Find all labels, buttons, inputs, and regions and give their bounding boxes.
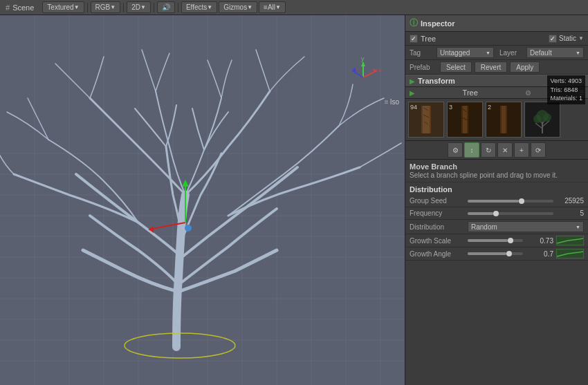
distribution-dropdown[interactable]: Random <box>468 221 584 232</box>
thumbnail-3[interactable]: 2 <box>486 102 522 138</box>
main-content: x y ≡ Iso ⓘ Inspector Tree <box>0 15 588 385</box>
frequency-row: Frequency 5 <box>405 207 588 220</box>
audio-btn[interactable]: 🔊 <box>157 1 175 13</box>
viewport[interactable]: x y ≡ Iso <box>0 15 405 385</box>
growth-angle-slider-container <box>468 252 523 255</box>
effects-dropdown[interactable]: Effects <box>181 1 217 13</box>
frequency-slider-container <box>468 212 553 215</box>
svg-point-28 <box>185 225 192 232</box>
growth-angle-slider[interactable] <box>468 252 523 255</box>
thumbnails-container: 94 3 <box>405 99 588 140</box>
add-icon-btn[interactable]: + <box>514 142 529 158</box>
layer-dropdown[interactable]: Default <box>526 47 584 58</box>
distribution-value: Random <box>471 223 497 231</box>
thumb4-preview <box>525 102 560 137</box>
scene-title: # Scene <box>0 3 39 12</box>
thumbnail-2[interactable]: 3 <box>447 102 483 138</box>
group-seed-row: Group Seed 25925 <box>405 195 588 207</box>
thumb2-label: 3 <box>449 104 452 111</box>
inspector-title-text: Inspector <box>421 19 455 28</box>
object-name[interactable]: Tree <box>421 35 546 43</box>
svg-line-33 <box>352 71 363 77</box>
distribution-row: Distribution Random <box>405 220 588 234</box>
growth-scale-slider[interactable] <box>468 239 523 242</box>
thumbnail-4[interactable] <box>524 102 560 138</box>
tree-arrow-icon: ▶ <box>410 89 415 97</box>
frequency-thumb[interactable] <box>493 211 499 216</box>
svg-point-58 <box>533 115 542 123</box>
growth-angle-graph[interactable] <box>556 249 584 259</box>
growth-scale-graph[interactable] <box>556 236 584 245</box>
layer-label: Layer <box>499 49 524 57</box>
rotate-branch-icon-btn[interactable]: ↻ <box>481 142 496 158</box>
stats-overlay: Verts: 4903 Tris: 6848 Materials: 1 <box>547 75 585 104</box>
stats-materials: Materials: 1 <box>550 94 582 103</box>
growth-scale-slider-container <box>468 239 523 242</box>
prefab-select-button[interactable]: Select <box>440 62 472 73</box>
tag-row: Tag Untagged Layer Default <box>405 46 588 60</box>
inspector-panel: ⓘ Inspector Tree Static ▼ Tag Untagged L… <box>405 15 588 385</box>
frequency-slider[interactable] <box>468 212 553 215</box>
tree-section-label: Tree <box>463 88 478 97</box>
svg-marker-35 <box>361 62 365 66</box>
thumb2-preview <box>448 102 482 137</box>
thumb3-label: 2 <box>488 104 491 111</box>
move-branch-desc: Select a branch spline point and drag to… <box>405 171 588 182</box>
svg-rect-39 <box>423 106 430 133</box>
group-seed-thumb[interactable] <box>519 198 524 204</box>
prefab-revert-button[interactable]: Revert <box>475 62 507 73</box>
orientation-gizmo: x y <box>342 57 384 98</box>
thumbnail-1[interactable]: 94 <box>408 102 444 138</box>
distribution-label: Distribution <box>410 223 465 231</box>
growth-angle-row: Growth Angle 0.7 <box>405 247 588 261</box>
static-label: Static <box>559 35 576 42</box>
stats-tris: Tris: 6848 <box>550 86 582 95</box>
sep3 <box>154 3 154 12</box>
transform-label: Transform <box>418 77 567 85</box>
sep2 <box>123 3 124 12</box>
inspector-header: ⓘ Inspector <box>405 15 588 32</box>
growth-angle-thumb[interactable] <box>506 251 512 256</box>
static-dropdown-arrow[interactable]: ▼ <box>578 35 584 41</box>
scene-toolbar: Textured RGB 2D 🔊 Effects Gizmos ≡All <box>39 1 288 13</box>
growth-scale-row: Growth Scale 0.73 <box>405 234 588 247</box>
prefab-apply-button[interactable]: Apply <box>510 62 540 73</box>
group-seed-fill <box>468 200 519 203</box>
iso-lines-icon: ≡ <box>385 98 389 106</box>
layers-dropdown[interactable]: ≡All <box>259 1 286 13</box>
growth-angle-fill <box>468 252 506 255</box>
settings-icon-btn[interactable]: ⚙ <box>448 142 463 158</box>
growth-angle-graph-svg <box>557 250 583 258</box>
properties-panel: Move Branch Select a branch spline point… <box>405 160 588 385</box>
object-name-row: Tree Static ▼ <box>405 32 588 46</box>
group-seed-slider[interactable] <box>468 200 553 203</box>
view-dropdown[interactable]: 2D <box>127 1 151 13</box>
layer-value: Default <box>530 49 552 57</box>
frequency-fill <box>468 212 493 215</box>
frequency-value: 5 <box>556 209 584 217</box>
tag-value: Untagged <box>440 49 470 57</box>
group-seed-label: Group Seed <box>410 197 465 205</box>
gizmos-dropdown[interactable]: Gizmos <box>219 1 257 13</box>
move-branch-icon-btn[interactable]: ↕ <box>464 142 479 158</box>
tag-dropdown[interactable]: Untagged <box>437 47 494 58</box>
svg-rect-50 <box>502 106 506 133</box>
distribution-header: Distribution <box>405 182 588 195</box>
transform-arrow-icon: ▶ <box>410 77 415 85</box>
static-checkbox[interactable] <box>549 35 557 43</box>
object-enabled-checkbox[interactable] <box>410 35 418 43</box>
icon-toolbar: ⚙ ↕ ↻ ✕ + ⟳ <box>405 140 588 160</box>
shading-dropdown[interactable]: Textured <box>42 1 84 13</box>
color-mode-dropdown[interactable]: RGB <box>91 1 121 13</box>
growth-scale-thumb[interactable] <box>508 238 513 243</box>
refresh-icon-btn[interactable]: ⟳ <box>531 142 546 158</box>
delete-icon-btn[interactable]: ✕ <box>497 142 513 158</box>
growth-scale-graph-svg <box>557 236 583 245</box>
svg-point-59 <box>543 113 551 122</box>
stats-verts: Verts: 4903 <box>550 77 582 86</box>
move-branch-label: Move Branch <box>405 160 588 171</box>
iso-text: Iso <box>390 98 399 106</box>
group-seed-slider-container <box>468 200 553 203</box>
top-bar: # Scene Textured RGB 2D 🔊 Effects Gizmos… <box>0 0 588 15</box>
tree-gear-icon[interactable]: ⚙ <box>525 89 531 97</box>
